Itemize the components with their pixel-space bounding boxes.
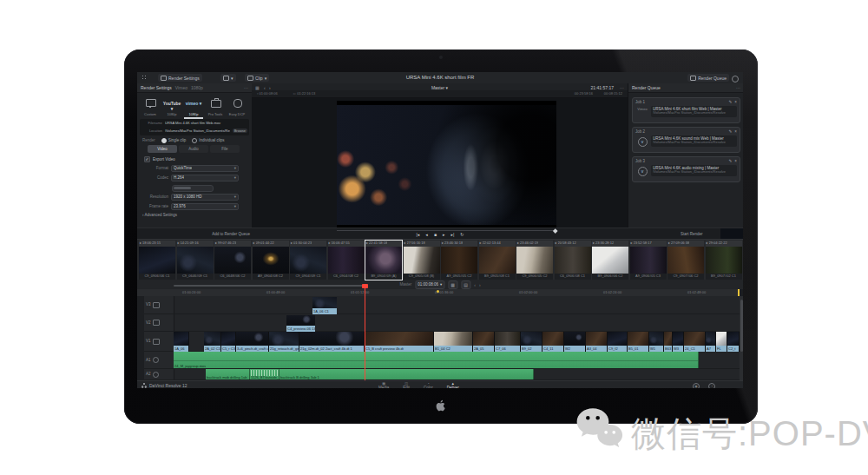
- preset-1080p[interactable]: vimeo ▾1080p: [183, 96, 204, 118]
- track-header-a2[interactable]: A2: [144, 369, 174, 380]
- speaker-icon[interactable]: [153, 372, 159, 378]
- timeline-video-clip[interactable]: 3+6_pinch.dt_craft copier_w: [236, 332, 269, 352]
- timeline-video-clip[interactable]: C4_11: [542, 332, 564, 352]
- clock-icon[interactable]: ◔: [708, 383, 715, 389]
- timeline-audio-clip[interactable]: backtrack B drilling 3ab 1: [279, 369, 534, 379]
- checkbox-checked-icon[interactable]: ✓: [144, 156, 150, 162]
- media-clip[interactable]: ▸27:56:16:18C9_0905#08 (B): [404, 241, 440, 280]
- close-icon[interactable]: ×: [734, 129, 737, 134]
- close-icon[interactable]: ×: [734, 100, 737, 104]
- timeline-video-clip[interactable]: A7: [706, 332, 716, 352]
- media-clip[interactable]: ▸14:21:09:16C9_0646#09 C1: [177, 241, 214, 280]
- camera-icon[interactable]: [153, 302, 160, 308]
- nudge-left-icon[interactable]: ‹: [474, 282, 476, 287]
- page-color[interactable]: ◔Color: [424, 382, 433, 389]
- export-video-row[interactable]: ✓ Export Video: [144, 156, 175, 162]
- timeline-vertical-scrollbar[interactable]: [740, 296, 743, 380]
- stop-icon[interactable]: ■: [434, 232, 437, 237]
- flag-icon[interactable]: ▤: [461, 280, 470, 289]
- skip-start-icon[interactable]: |◂: [417, 232, 420, 237]
- location-value[interactable]: /Volumes/MacPro Station_/Documents/Resol…: [165, 129, 230, 133]
- tab-audio[interactable]: Audio: [179, 145, 208, 153]
- render-job[interactable]: Job 1✎×VimeoURSA Mini 4.6K short film We…: [632, 97, 740, 123]
- timeline-video-clip[interactable]: B9_02: [521, 332, 542, 352]
- browse-button[interactable]: Browse: [233, 129, 247, 133]
- media-clip[interactable]: ▸23:52:58:17A9_0906#05 C3: [630, 241, 667, 280]
- snapping-icon[interactable]: ▦: [448, 280, 457, 289]
- timeline-audio-clip[interactable]: 1126_BT/outside_sfx.: [250, 369, 279, 379]
- timeline-video-clip[interactable]: C2_t: [727, 332, 740, 352]
- timeline-video-clip[interactable]: 21g_retouch.dt_girl_2w: [269, 332, 299, 352]
- timeline-video-clip[interactable]: C9_f2: [608, 332, 628, 352]
- start-render-button[interactable]: Start Render: [681, 232, 703, 236]
- preset-easy-dcp[interactable]: Easy DCP: [227, 96, 247, 118]
- timeline-video-clip[interactable]: B1_04 C2: [434, 332, 473, 352]
- timeline-video-clip[interactable]: FL: [716, 332, 727, 352]
- tab-file[interactable]: File: [210, 145, 240, 153]
- timeline-video-clip[interactable]: W2: [564, 332, 586, 352]
- track-header-v3[interactable]: V3: [144, 296, 174, 314]
- timeline-video-clip[interactable]: B5_01: [628, 332, 649, 352]
- field-dropdown[interactable]: QuickTime▾: [171, 165, 239, 172]
- radio-individual-clips[interactable]: Individual clips: [192, 138, 224, 143]
- field-dropdown[interactable]: 23.976▾: [171, 203, 239, 210]
- camera-icon[interactable]: [153, 320, 160, 326]
- media-clip[interactable]: ▸18:06:23:15C9_0906#06 C1: [139, 241, 175, 280]
- render-queue-button[interactable]: Render Queue: [687, 74, 729, 82]
- timeline-timecode-dropdown[interactable]: 01:00:08:06▾: [415, 280, 444, 289]
- timeline-audio-clip[interactable]: backtrack mob drilling 1ab 1: [206, 369, 250, 379]
- media-clip[interactable]: ▸01:30:04:23C9_0904#09 C1: [290, 241, 326, 280]
- page-media[interactable]: ▦Media: [378, 382, 389, 389]
- timeline-video-clip[interactable]: 1A_06: [174, 332, 189, 352]
- viewer-options-icon[interactable]: ⋯: [620, 85, 624, 90]
- speaker-icon[interactable]: [153, 357, 159, 363]
- media-clip[interactable]: ▸23:36:28:12B9_0906#06 C2: [592, 241, 628, 280]
- timeline-video-clip[interactable]: C4_preview-06 136: [286, 315, 315, 332]
- timeline-video-clip[interactable]: W3: [673, 332, 684, 352]
- video-frame[interactable]: [337, 101, 556, 229]
- options-icon[interactable]: ⋯: [244, 85, 248, 90]
- playhead[interactable]: [365, 284, 365, 380]
- timeline-video-clip[interactable]: B63: [664, 332, 673, 352]
- field-dropdown[interactable]: 1920 x 1080 HD▾: [171, 194, 239, 201]
- step-forward-icon[interactable]: ▸|: [450, 232, 454, 237]
- field-dropdown[interactable]: H.264▾: [171, 175, 239, 181]
- media-clip[interactable]: ▸27:09:06:38C9_0907#06 C2: [667, 241, 704, 280]
- page-deliver[interactable]: ▲Deliver: [447, 382, 459, 389]
- user-icon[interactable]: ◉: [693, 383, 700, 389]
- media-clip[interactable]: ▸23:46:02:19C9_0906#05 C2: [516, 241, 553, 280]
- timeline-video-clip[interactable]: 1A_06 C1: [312, 297, 337, 314]
- edit-icon[interactable]: ✎: [729, 129, 733, 134]
- radio-single-clip[interactable]: Single clip: [161, 138, 187, 143]
- timeline-video-clip[interactable]: C5_r C3: [221, 332, 236, 352]
- play-icon[interactable]: ▸: [443, 232, 445, 237]
- render-job[interactable]: Job 3✎×vURSA Mini 4.6K audio mixing | Ma…: [632, 156, 740, 182]
- page-edit[interactable]: ◫Edit: [403, 382, 410, 389]
- media-clip[interactable]: ▸29:04:22:22B9_0907#02 C1: [706, 241, 742, 280]
- timeline-marker[interactable]: [437, 290, 439, 293]
- queue-options-icon[interactable]: ⋯: [736, 85, 740, 90]
- viewer-scrub-bar[interactable]: [337, 230, 556, 231]
- edit-icon[interactable]: ✎: [729, 100, 733, 104]
- filmstrip-scrollbar[interactable]: [174, 285, 365, 287]
- timeline-video-clip[interactable]: 21g_02m.dt_02 2act_craft 4b.dt 1: [299, 332, 365, 352]
- camera-icon[interactable]: [153, 339, 160, 345]
- media-clip[interactable]: ▸16:06:47:55C6_0904#08 C2: [328, 241, 365, 280]
- loop-icon[interactable]: ↻: [460, 232, 464, 237]
- preset-custom[interactable]: Custom: [140, 96, 161, 118]
- timeline-video-clip[interactable]: W1: [649, 332, 664, 352]
- timeline-video-clip[interactable]: 2A_02 C1: [204, 332, 221, 352]
- media-clip[interactable]: ▸20:58:43:12C6_0906#08 C1: [555, 241, 591, 280]
- media-clip[interactable]: ▸99:07:46:23C6_0648#06 C2: [214, 241, 251, 280]
- timeline-video-clip[interactable]: 24_C1: [684, 332, 706, 352]
- nudge-right-icon[interactable]: ›: [479, 282, 481, 287]
- tab-video[interactable]: Video: [148, 145, 177, 153]
- gear-icon[interactable]: [732, 76, 739, 82]
- timeline-audio-clip[interactable]: 24_M_jaygroup.mov: [174, 352, 699, 368]
- timeline-video-clip[interactable]: A3_04: [586, 332, 608, 352]
- quality-slider[interactable]: [172, 185, 214, 192]
- timeline-video-clip[interactable]: C5_B craft preview 4b.dt: [365, 332, 434, 352]
- preset-1080p[interactable]: YouTube ▾1080p: [161, 96, 182, 118]
- media-clip[interactable]: ▸09:01:44:22A9_0904#08 C2: [253, 241, 289, 280]
- media-clip[interactable]: ▸22:41:58:18B9_0904#09 (A): [365, 241, 402, 280]
